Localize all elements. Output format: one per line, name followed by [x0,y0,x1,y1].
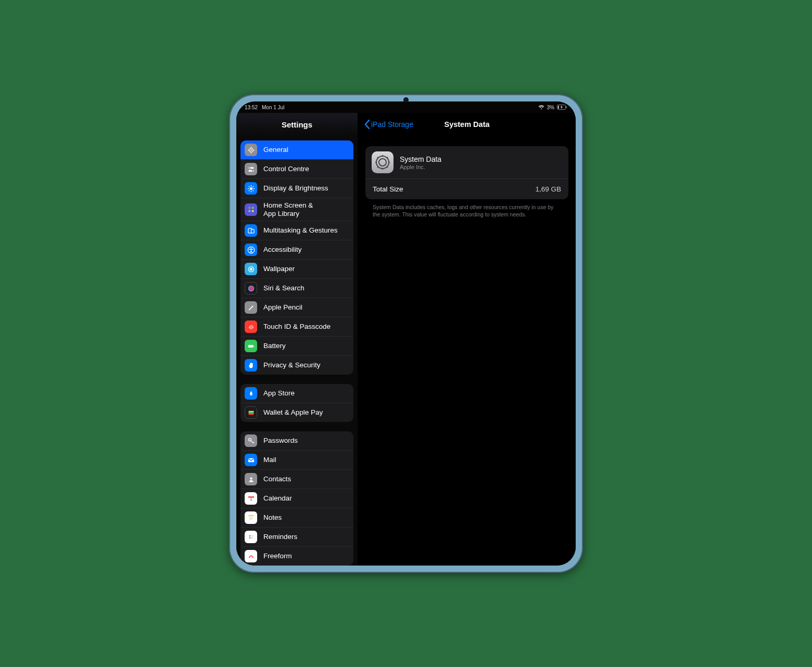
sidebar-item-touch-id-passcode[interactable]: Touch ID & Passcode [240,317,353,337]
sidebar-item-mail[interactable]: Mail [240,451,353,470]
svg-rect-27 [251,229,254,233]
battery-percent: 3% [547,105,554,110]
svg-line-61 [387,166,388,168]
sidebar-item-wallet-apple-pay[interactable]: Wallet & Apple Pay [240,403,353,422]
total-size-row: Total Size 1,69 GB [365,179,568,199]
detail-pane: iPad Storage System Data [358,113,576,566]
sidebar-item-multitasking-gestures[interactable]: Multitasking & Gestures [240,221,353,240]
switches-icon [245,163,257,175]
sidebar-group: App StoreWallet & Apple Pay [240,384,353,422]
svg-line-19 [252,190,253,190]
sidebar-item-passwords[interactable]: Passwords [240,431,353,451]
sidebar-item-label: Multitasking & Gestures [263,226,338,235]
sidebar-item-label: Accessibility [263,246,302,254]
svg-rect-32 [248,345,252,348]
sidebar-item-label: Home Screen &App Library [263,201,313,217]
sidebar-item-label: Passwords [263,437,298,445]
sidebar-title: Settings [236,113,358,135]
sidebar-item-label: Apple Pencil [263,303,302,312]
siri-icon [245,282,257,294]
card-header: System Data Apple Inc. [365,146,568,179]
svg-line-62 [387,157,388,158]
svg-point-12 [251,170,253,172]
sidebar-item-label: Contacts [263,475,291,483]
sidebar-item-apple-pencil[interactable]: Apple Pencil [240,298,353,317]
sidebar-item-calendar[interactable]: 1Calendar [240,489,353,508]
sidebar-item-label: Freeform [263,552,292,560]
notes-icon [245,511,257,524]
svg-text:1: 1 [250,497,251,501]
svg-line-21 [249,190,249,190]
sidebar-item-label: Battery [263,342,286,350]
sidebar-item-freeform[interactable]: Freeform [240,547,353,566]
svg-line-20 [252,186,253,187]
svg-point-29 [250,248,251,249]
sidebar-item-label: Siri & Search [263,284,304,292]
sidebar-item-accessibility[interactable]: Accessibility [240,240,353,260]
svg-point-49 [249,535,250,536]
svg-rect-35 [248,412,253,414]
status-time: 13:52 [245,105,258,110]
battery-charging-icon [557,105,567,110]
sidebar-item-reminders[interactable]: Reminders [240,528,353,547]
sidebar-item-label: Touch ID & Passcode [263,323,331,331]
size-label: Total Size [373,185,403,193]
chevron-left-icon [364,120,370,129]
sidebar-item-label: Privacy & Security [263,361,321,369]
svg-point-55 [379,159,386,166]
sidebar-item-app-store[interactable]: App Store [240,384,353,403]
key-icon [245,434,257,447]
svg-point-4 [250,149,252,151]
svg-rect-53 [248,553,253,559]
brightness-icon [245,182,257,195]
system-data-card: System Data Apple Inc. Total Size 1,69 G… [365,146,568,199]
sidebar-item-display-brightness[interactable]: Display & Brightness [240,179,353,198]
sidebar-item-label: Notes [263,514,282,522]
appstore-icon [245,387,257,400]
svg-rect-25 [251,210,253,212]
hand-icon [245,359,257,371]
app-vendor: Apple Inc. [400,164,441,170]
sidebar-item-battery[interactable]: Battery [240,337,353,356]
detail-title: System Data [444,120,489,129]
sidebar-item-label: Wallet & Apple Pay [263,408,323,417]
calendar-icon: 1 [245,492,257,505]
status-bar: 13:52 Mon 1 Jul 3% [236,101,576,113]
sidebar-item-siri-search[interactable]: Siri & Search [240,279,353,298]
sidebar-item-general[interactable]: General [240,140,353,160]
svg-rect-33 [253,345,253,347]
svg-rect-34 [248,411,253,412]
sidebar-item-privacy-security[interactable]: Privacy & Security [240,356,353,375]
sidebar-item-notes[interactable]: Notes [240,508,353,528]
svg-point-37 [248,438,251,441]
svg-line-60 [377,157,378,158]
wallpaper-icon [245,263,257,275]
sidebar-item-contacts[interactable]: Contacts [240,470,353,489]
sidebar-item-wallpaper[interactable]: Wallpaper [240,260,353,279]
back-label: iPad Storage [371,120,413,129]
app-name: System Data [400,155,441,163]
contacts-icon [245,473,257,485]
wifi-icon [538,105,544,110]
sidebar-group: PasswordsMailContacts1CalendarNotesRemin… [240,431,353,566]
sidebar-item-control-centre[interactable]: Control Centre [240,160,353,179]
back-button[interactable]: iPad Storage [364,120,413,129]
accessibility-icon [245,243,257,256]
detail-navbar: iPad Storage System Data [358,113,576,136]
svg-rect-24 [248,210,250,212]
ipad-frame: 13:52 Mon 1 Jul 3% [229,94,583,573]
svg-point-39 [250,477,252,479]
mail-icon [245,454,257,466]
sidebar-item-label: Calendar [263,494,292,503]
svg-line-63 [377,166,378,168]
gear-icon [245,144,257,156]
sidebar-item-label: Control Centre [263,165,309,173]
status-date: Mon 1 Jul [262,105,284,110]
grid-icon [245,203,257,216]
sidebar-item-home-screen-app-library[interactable]: Home Screen &App Library [240,198,353,221]
sidebar-item-label: Wallpaper [263,265,295,273]
sidebar-item-label: Reminders [263,533,297,541]
footer-note: System Data includes caches, logs and ot… [365,199,568,218]
svg-rect-36 [248,413,253,415]
svg-rect-22 [248,207,250,209]
